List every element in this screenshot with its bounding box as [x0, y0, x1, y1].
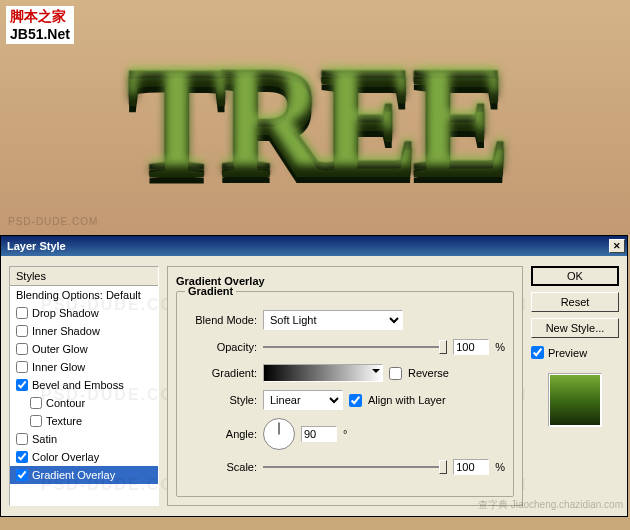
- settings-panel: Gradient Overlay Gradient Blend Mode: So…: [167, 266, 523, 506]
- checkbox-outer-glow[interactable]: [16, 343, 28, 355]
- style-select[interactable]: Linear: [263, 390, 343, 410]
- checkbox-satin[interactable]: [16, 433, 28, 445]
- angle-input[interactable]: [301, 426, 337, 442]
- styles-list: Styles Blending Options: Default Drop Sh…: [9, 266, 159, 506]
- scale-slider[interactable]: [263, 458, 447, 476]
- gradient-label: Gradient:: [185, 367, 257, 379]
- dialog-title: Layer Style: [7, 240, 66, 252]
- right-column: OK Reset New Style... Preview: [531, 266, 619, 506]
- new-style-button[interactable]: New Style...: [531, 318, 619, 338]
- preview-label: Preview: [548, 347, 587, 359]
- checkbox-contour[interactable]: [30, 397, 42, 409]
- style-inner-glow[interactable]: Inner Glow: [10, 358, 158, 376]
- align-checkbox[interactable]: [349, 394, 362, 407]
- watermark-en: JB51.Net: [10, 26, 70, 42]
- ok-button[interactable]: OK: [531, 266, 619, 286]
- style-inner-shadow[interactable]: Inner Shadow: [10, 322, 158, 340]
- angle-dial[interactable]: [263, 418, 295, 450]
- style-drop-shadow[interactable]: Drop Shadow: [10, 304, 158, 322]
- style-outer-glow[interactable]: Outer Glow: [10, 340, 158, 358]
- canvas-preview: 脚本之家 JB51.Net TREE PSD-DUDE.COM: [0, 0, 630, 235]
- fieldset-label: Gradient: [185, 285, 236, 297]
- gradient-fieldset: Gradient Blend Mode: Soft Light Opacity:…: [176, 291, 514, 497]
- blend-mode-label: Blend Mode:: [185, 314, 257, 326]
- style-satin[interactable]: Satin: [10, 430, 158, 448]
- opacity-label: Opacity:: [185, 341, 257, 353]
- preview-checkbox[interactable]: [531, 346, 544, 359]
- preview-toggle[interactable]: Preview: [531, 346, 619, 359]
- site-watermark: 脚本之家 JB51.Net: [6, 6, 74, 44]
- reset-button[interactable]: Reset: [531, 292, 619, 312]
- scale-label: Scale:: [185, 461, 257, 473]
- reverse-checkbox[interactable]: [389, 367, 402, 380]
- reverse-label: Reverse: [408, 367, 449, 379]
- percent-unit: %: [495, 341, 505, 353]
- degree-unit: °: [343, 428, 347, 440]
- layer-style-dialog: Layer Style ✕ PSD-DUDE.COM PSD-DUDE.COM …: [0, 235, 628, 517]
- style-contour[interactable]: Contour: [10, 394, 158, 412]
- style-gradient-overlay[interactable]: Gradient Overlay: [10, 466, 158, 484]
- blend-mode-select[interactable]: Soft Light: [263, 310, 403, 330]
- checkbox-texture[interactable]: [30, 415, 42, 427]
- style-bevel-emboss[interactable]: Bevel and Emboss: [10, 376, 158, 394]
- percent-unit: %: [495, 461, 505, 473]
- align-label: Align with Layer: [368, 394, 446, 406]
- checkbox-inner-glow[interactable]: [16, 361, 28, 373]
- styles-header[interactable]: Styles: [10, 267, 158, 286]
- tree-text: TREE: [127, 32, 503, 204]
- opacity-input[interactable]: [453, 339, 489, 355]
- angle-label: Angle:: [185, 428, 257, 440]
- checkbox-drop-shadow[interactable]: [16, 307, 28, 319]
- style-color-overlay[interactable]: Color Overlay: [10, 448, 158, 466]
- corner-watermark: 查字典 Jiaocheng.chazidian.com: [478, 498, 623, 512]
- watermark-cn: 脚本之家: [10, 8, 66, 24]
- style-label: Style:: [185, 394, 257, 406]
- title-bar[interactable]: Layer Style ✕: [1, 236, 627, 256]
- checkbox-bevel-emboss[interactable]: [16, 379, 28, 391]
- scale-input[interactable]: [453, 459, 489, 475]
- blending-options-default[interactable]: Blending Options: Default: [10, 286, 158, 304]
- checkbox-gradient-overlay[interactable]: [16, 469, 28, 481]
- style-texture[interactable]: Texture: [10, 412, 158, 430]
- opacity-slider[interactable]: [263, 338, 447, 356]
- close-button[interactable]: ✕: [609, 239, 625, 253]
- checkbox-color-overlay[interactable]: [16, 451, 28, 463]
- preview-swatch: [548, 373, 602, 427]
- psd-dude-watermark: PSD-DUDE.COM: [8, 216, 98, 227]
- gradient-picker[interactable]: [263, 364, 383, 382]
- checkbox-inner-shadow[interactable]: [16, 325, 28, 337]
